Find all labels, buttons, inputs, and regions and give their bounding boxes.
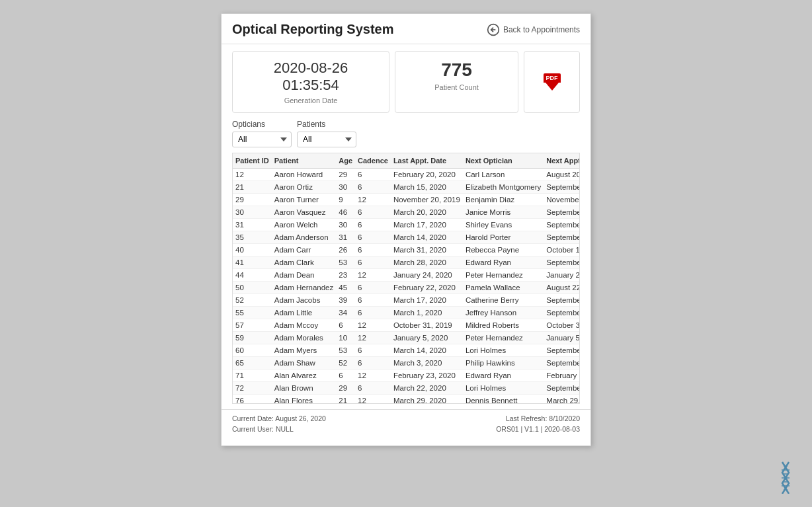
col-cadence: Cadence — [355, 153, 391, 169]
table-cell: 9 — [336, 194, 355, 206]
table-cell: 57 — [233, 319, 272, 332]
table-cell: 6 — [336, 319, 355, 332]
table-wrapper[interactable]: Patient ID Patient Age Cadence Last Appt… — [232, 153, 580, 404]
table-cell: March 28, 2020 — [391, 256, 463, 269]
patient-count-box: 775 Patient Count — [395, 51, 518, 113]
table-cell: Elizabeth Montgomery — [463, 181, 544, 194]
table-cell: Adam Anderson — [272, 231, 337, 244]
filters-section: Opticians All Patients All — [222, 120, 590, 153]
footer-left: Current Date: August 26, 2020 Current Us… — [232, 414, 326, 435]
table-cell: 6 — [355, 382, 391, 395]
table-cell: 71 — [233, 370, 272, 382]
table-cell: September 3, 202... — [544, 357, 580, 370]
table-body: 12Aaron Howard296February 20, 2020Carl L… — [233, 169, 580, 405]
table-cell: March 17, 2020 — [391, 294, 463, 307]
patients-select[interactable]: All — [297, 132, 356, 147]
table-cell: Alan Flores — [272, 395, 337, 405]
table-cell: Alan Alvarez — [272, 370, 337, 382]
table-cell: 29 — [233, 194, 272, 206]
header: Optical Reporting System Back to Appoint… — [222, 14, 590, 44]
generation-date-box: 2020-08-26 01:35:54 Generation Date — [232, 51, 389, 113]
table-cell: 65 — [233, 357, 272, 370]
table-row[interactable]: 59Adam Morales1012January 5, 2020Peter H… — [233, 332, 580, 344]
back-arrow-icon — [487, 23, 500, 36]
table-cell: 6 — [355, 282, 391, 294]
table-cell: 12 — [355, 194, 391, 206]
table-cell: Dennis Bennett — [463, 395, 544, 405]
table-cell: Aaron Vasquez — [272, 206, 337, 219]
col-patient-id: Patient ID — [233, 153, 272, 169]
pdf-label: PDF — [544, 73, 561, 83]
table-row[interactable]: 40Adam Carr266March 31, 2020Rebecca Payn… — [233, 244, 580, 256]
patient-count-label: Patient Count — [406, 83, 507, 91]
table-row[interactable]: 12Aaron Howard296February 20, 2020Carl L… — [233, 169, 580, 181]
opticians-select[interactable]: All — [232, 132, 292, 147]
table-cell: September 14, 2... — [544, 231, 580, 244]
table-cell: August 22, 2020 — [544, 282, 580, 294]
table-row[interactable]: 41Adam Clark536March 28, 2020Edward Ryan… — [233, 256, 580, 269]
table-row[interactable]: 52Adam Jacobs396March 17, 2020Catherine … — [233, 294, 580, 307]
col-patient: Patient — [272, 153, 337, 169]
table-cell: September 17, 2... — [544, 219, 580, 231]
stats-row: 2020-08-26 01:35:54 Generation Date 775 … — [222, 44, 590, 120]
table-row[interactable]: 35Adam Anderson316March 14, 2020Harold P… — [233, 231, 580, 244]
patients-label: Patients — [297, 120, 356, 129]
table-row[interactable]: 50Adam Hernandez456February 22, 2020Pame… — [233, 282, 580, 294]
table-cell: Edward Ryan — [463, 256, 544, 269]
col-next-optician: Next Optician — [463, 153, 544, 169]
table-cell: 31 — [233, 219, 272, 231]
table-cell: March 3, 2020 — [391, 357, 463, 370]
table-row[interactable]: 60Adam Myers536March 14, 2020Lori Holmes… — [233, 344, 580, 357]
pdf-download-box[interactable]: PDF — [524, 51, 580, 113]
table-row[interactable]: 29Aaron Turner912November 20, 2019Benjam… — [233, 194, 580, 206]
table-row[interactable]: 21Aaron Ortiz306March 15, 2020Elizabeth … — [233, 181, 580, 194]
table-cell: Lori Holmes — [463, 382, 544, 395]
table-row[interactable]: 72Alan Brown296March 22, 2020Lori Holmes… — [233, 382, 580, 395]
table-cell: 30 — [336, 181, 355, 194]
table-row[interactable]: 44Adam Dean2312January 24, 2020Peter Her… — [233, 269, 580, 282]
pdf-icon: PDF — [544, 73, 561, 91]
table-cell: Mildred Roberts — [463, 319, 544, 332]
generation-date-value: 2020-08-26 01:35:54 — [243, 59, 378, 94]
table-cell: 6 — [355, 357, 391, 370]
table-cell: September 28, 2... — [544, 256, 580, 269]
table-row[interactable]: 76Alan Flores2112March 29, 2020Dennis Be… — [233, 395, 580, 405]
footer-right: Last Refresh: 8/10/2020 ORS01 | V1.1 | 2… — [496, 414, 580, 435]
table-cell: 76 — [233, 395, 272, 405]
col-next-appt: Next Appt. Date — [544, 153, 580, 169]
table-cell: Adam Myers — [272, 344, 337, 357]
table-cell: February 23, 2020 — [391, 370, 463, 382]
table-cell: January 24, 2020 — [391, 269, 463, 282]
table-cell: 50 — [233, 282, 272, 294]
table-row[interactable]: 65Adam Shaw526March 3, 2020Philip Hawkin… — [233, 357, 580, 370]
generation-date-label: Generation Date — [243, 97, 378, 104]
table-row[interactable]: 30Aaron Vasquez466March 20, 2020Janice M… — [233, 206, 580, 219]
table-row[interactable]: 55Adam Little346March 1, 2020Jeffrey Han… — [233, 307, 580, 319]
table-cell: Adam Clark — [272, 256, 337, 269]
opticians-filter-group: Opticians All — [232, 120, 292, 147]
table-cell: Janice Morris — [463, 206, 544, 219]
table-cell: March 20, 2020 — [391, 206, 463, 219]
table-cell: Adam Mccoy — [272, 319, 337, 332]
table-cell: 52 — [336, 357, 355, 370]
table-cell: Edward Ryan — [463, 370, 544, 382]
table-cell: 6 — [355, 256, 391, 269]
last-refresh: Last Refresh: 8/10/2020 — [496, 414, 580, 424]
table-cell: 12 — [355, 269, 391, 282]
table-cell: 34 — [336, 307, 355, 319]
table-cell: 39 — [336, 294, 355, 307]
back-to-appointments-button[interactable]: Back to Appointments — [487, 23, 580, 36]
table-row[interactable]: 57Adam Mccoy612October 31, 2019Mildred R… — [233, 319, 580, 332]
table-cell: 26 — [336, 244, 355, 256]
table-row[interactable]: 31Aaron Welch306March 17, 2020Shirley Ev… — [233, 219, 580, 231]
table-cell: Aaron Welch — [272, 219, 337, 231]
patient-count-value: 775 — [406, 59, 507, 81]
table-cell: February 23, 202... — [544, 370, 580, 382]
table-cell: 6 — [355, 294, 391, 307]
table-cell: Aaron Turner — [272, 194, 337, 206]
table-cell: Peter Hernandez — [463, 332, 544, 344]
table-row[interactable]: 71Alan Alvarez612February 23, 2020Edward… — [233, 370, 580, 382]
table-cell: Aaron Howard — [272, 169, 337, 181]
table-cell: February 20, 2020 — [391, 169, 463, 181]
table-cell: Philip Hawkins — [463, 357, 544, 370]
